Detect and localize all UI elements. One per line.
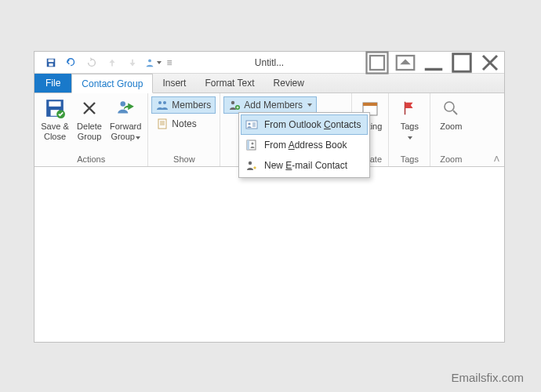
- svg-point-15: [163, 101, 166, 104]
- svg-rect-5: [370, 56, 384, 70]
- down-arrow-icon[interactable]: [122, 52, 143, 74]
- svg-point-3: [148, 59, 151, 62]
- content-area: [34, 168, 504, 342]
- window-title: Untitl...: [255, 57, 284, 68]
- members-icon: [156, 99, 169, 111]
- maximize-icon[interactable]: [448, 52, 476, 74]
- group-tags: Tags Tags: [389, 93, 430, 166]
- new-contact-icon: [245, 159, 258, 172]
- svg-point-26: [252, 143, 254, 145]
- flag-icon: [398, 96, 421, 120]
- quick-access-toolbar: ≡: [34, 52, 176, 74]
- card-icon: [245, 118, 258, 131]
- delete-group-button[interactable]: Delete Group: [72, 95, 107, 143]
- notes-button[interactable]: Notes: [151, 115, 216, 132]
- members-label: Members: [172, 100, 211, 111]
- person-icon[interactable]: [143, 52, 163, 74]
- group-zoom-label: Zoom: [434, 153, 468, 166]
- delete-group-label: Delete Group: [77, 122, 102, 142]
- svg-point-13: [121, 101, 126, 107]
- add-members-button[interactable]: Add Members: [223, 96, 317, 114]
- minimize-icon[interactable]: [419, 52, 448, 74]
- svg-point-27: [249, 162, 252, 165]
- group-zoom: Zoom Zoom: [430, 93, 471, 166]
- add-members-label: Add Members: [244, 100, 303, 111]
- zoom-label: Zoom: [440, 122, 462, 132]
- svg-point-17: [231, 101, 234, 104]
- svg-point-14: [158, 101, 162, 104]
- save-close-icon: [43, 96, 67, 120]
- ribbon-tabs: File Contact Group Insert Format Text Re…: [34, 74, 504, 93]
- ribbon-display-icon[interactable]: [391, 52, 419, 74]
- svg-rect-20: [363, 103, 377, 106]
- tags-label: Tags: [401, 122, 419, 142]
- outlook-window: ≡ Untitl... File Contact Group Insert Fo…: [34, 51, 505, 343]
- save-close-label: Save & Close: [41, 122, 68, 142]
- forward-group-button[interactable]: Forward Group: [107, 95, 144, 143]
- dd-new-email-contact[interactable]: New E-mail Contact: [241, 155, 368, 176]
- add-members-icon: [228, 99, 241, 111]
- zoom-button[interactable]: Zoom: [434, 95, 468, 133]
- addressbook-icon: [245, 139, 258, 151]
- group-show-label: Show: [151, 153, 216, 166]
- group-tags-label: Tags: [392, 153, 427, 166]
- close-icon[interactable]: [476, 52, 504, 74]
- notes-icon: [156, 118, 169, 130]
- qat-customize-icon[interactable]: ≡: [163, 52, 176, 74]
- tags-button[interactable]: Tags: [392, 95, 427, 143]
- up-arrow-icon[interactable]: [102, 52, 122, 74]
- svg-rect-10: [49, 101, 60, 107]
- title-bar: ≡ Untitl...: [34, 52, 504, 74]
- help-icon[interactable]: [363, 52, 391, 74]
- group-show: Members Notes Show: [148, 93, 220, 166]
- save-and-close-button[interactable]: Save & Close: [38, 95, 72, 143]
- group-actions: Save & Close Delete Group Forward Group …: [34, 93, 148, 166]
- dd-new-email-contact-label: New E-mail Contact: [264, 160, 347, 171]
- undo-icon[interactable]: [61, 52, 82, 74]
- svg-rect-1: [49, 59, 54, 62]
- dd-from-address-book[interactable]: From Address Book: [241, 135, 368, 155]
- save-icon[interactable]: [41, 52, 61, 74]
- dd-from-address-book-label: From Address Book: [264, 140, 347, 151]
- tab-review[interactable]: Review: [264, 73, 314, 93]
- collapse-ribbon-icon[interactable]: ᐱ: [494, 154, 499, 163]
- forward-group-label: Forward Group: [110, 122, 141, 142]
- notes-label: Notes: [172, 118, 196, 129]
- dd-from-outlook-contacts-label: From Outlook Contacts: [264, 119, 361, 130]
- window-controls: [363, 52, 504, 74]
- members-button[interactable]: Members: [151, 96, 216, 114]
- tab-contact-group[interactable]: Contact Group: [71, 74, 153, 93]
- group-actions-label: Actions: [38, 153, 144, 166]
- tab-insert[interactable]: Insert: [153, 73, 195, 93]
- delete-icon: [78, 96, 101, 120]
- redo-icon[interactable]: [82, 52, 102, 74]
- svg-rect-7: [425, 67, 443, 70]
- svg-point-21: [445, 102, 454, 111]
- zoom-icon: [439, 96, 463, 120]
- forward-icon: [114, 96, 137, 120]
- dd-from-outlook-contacts[interactable]: From Outlook Contacts: [241, 114, 368, 135]
- svg-rect-2: [49, 63, 53, 66]
- tab-file[interactable]: File: [34, 73, 71, 93]
- watermark: Emailsfix.com: [451, 371, 524, 384]
- svg-rect-25: [247, 140, 249, 150]
- add-members-dropdown: From Outlook Contacts From Address Book …: [238, 112, 370, 178]
- tab-format-text[interactable]: Format Text: [195, 73, 263, 93]
- svg-point-23: [248, 122, 250, 125]
- svg-rect-16: [158, 119, 166, 129]
- svg-rect-8: [453, 53, 471, 71]
